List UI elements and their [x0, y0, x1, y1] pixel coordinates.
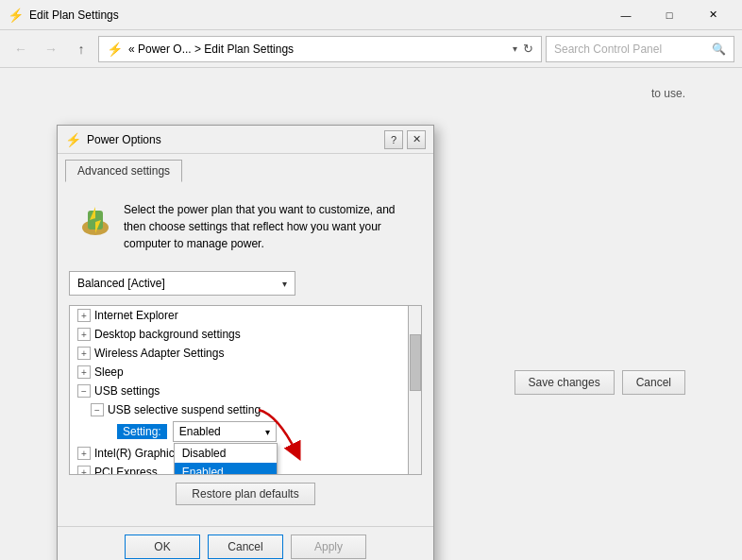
tree-item-usb-settings[interactable]: − USB settings	[70, 382, 421, 400]
window-title: Edit Plan Settings	[29, 8, 119, 22]
search-icon: 🔍	[712, 42, 726, 56]
maximize-button[interactable]: □	[648, 0, 691, 30]
title-bar-controls: — □ ✕	[604, 0, 734, 30]
dialog-icon: ⚡	[65, 132, 81, 147]
window-icon: ⚡	[8, 8, 24, 23]
power-options-dialog: ⚡ Power Options ? ✕ Advanced settings	[57, 125, 434, 560]
tab-advanced-settings[interactable]: Advanced settings	[65, 160, 182, 182]
dialog-close-button[interactable]: ✕	[407, 130, 426, 149]
close-button[interactable]: ✕	[691, 0, 734, 30]
expand-icon[interactable]: −	[91, 403, 104, 416]
option-enabled[interactable]: Enabled	[175, 463, 277, 475]
bg-cancel-button[interactable]: Cancel	[622, 370, 685, 395]
search-placeholder: Search Control Panel	[554, 42, 662, 56]
scrollbar-thumb	[410, 334, 421, 391]
setting-dropdown-arrow-icon: ▾	[265, 427, 270, 437]
expand-icon[interactable]: +	[77, 309, 91, 322]
dialog-apply-button[interactable]: Apply	[291, 535, 366, 559]
power-plan-icon	[76, 201, 114, 239]
breadcrumb-text: « Power O... > Edit Plan Settings	[128, 42, 294, 56]
bg-buttons: Save changes Cancel	[514, 370, 685, 395]
tree-item-wireless[interactable]: + Wireless Adapter Settings	[70, 344, 421, 363]
tree-scrollbar[interactable]	[408, 306, 421, 474]
content-area: to use. Save changes Cancel ⚡ Power Opti…	[0, 68, 742, 560]
dialog-cancel-button[interactable]: Cancel	[208, 535, 283, 559]
tree-item-sleep[interactable]: + Sleep	[70, 363, 421, 382]
forward-button[interactable]: →	[38, 36, 64, 62]
title-bar: ⚡ Edit Plan Settings — □ ✕	[0, 0, 742, 30]
settings-tree[interactable]: + Internet Explorer + Desktop background…	[69, 305, 422, 475]
setting-dropdown[interactable]: Enabled ▾ Disabled Enabled	[173, 421, 277, 442]
tree-item-desktop-background[interactable]: + Desktop background settings	[70, 325, 421, 344]
dialog-ok-button[interactable]: OK	[125, 535, 200, 559]
address-bar: ← → ↑ ⚡ « Power O... > Edit Plan Setting…	[0, 30, 742, 68]
plan-dropdown[interactable]: Balanced [Active] ▾	[69, 271, 295, 296]
setting-dropdown-popup: Disabled Enabled	[174, 443, 278, 475]
tree-item-internet-explorer[interactable]: + Internet Explorer	[70, 306, 421, 325]
breadcrumb: « Power O... > Edit Plan Settings	[128, 42, 503, 56]
address-input[interactable]: ⚡ « Power O... > Edit Plan Settings ▾ ↻	[98, 36, 542, 62]
setting-label: Setting:	[117, 424, 167, 439]
main-window: ⚡ Edit Plan Settings — □ ✕ ← → ↑ ⚡ « Pow…	[0, 0, 742, 560]
up-button[interactable]: ↑	[68, 36, 94, 62]
expand-icon[interactable]: +	[77, 466, 91, 475]
dialog-title-bar: ⚡ Power Options ? ✕	[58, 126, 433, 154]
search-box[interactable]: Search Control Panel 🔍	[546, 36, 734, 62]
bg-content: to use.	[651, 87, 685, 100]
expand-icon[interactable]: +	[77, 347, 91, 360]
dropdown-arrow-icon: ▾	[282, 279, 287, 289]
setting-dropdown-value: Enabled	[179, 425, 221, 438]
refresh-button[interactable]: ↻	[523, 42, 533, 56]
tree-item-usb-suspend[interactable]: − USB selective suspend setting	[70, 400, 421, 419]
tab-strip: Advanced settings	[58, 154, 433, 182]
dialog-help-button[interactable]: ?	[384, 130, 403, 149]
minimize-button[interactable]: —	[604, 0, 648, 30]
title-bar-left: ⚡ Edit Plan Settings	[8, 8, 119, 23]
dialog-title-controls: ? ✕	[384, 130, 426, 149]
setting-row: Setting: Enabled ▾ Disabled Enabled	[70, 419, 421, 444]
dialog-title-left: ⚡ Power Options	[65, 132, 161, 147]
expand-icon[interactable]: +	[77, 447, 91, 460]
info-text: Select the power plan that you want to c…	[124, 201, 414, 252]
back-button[interactable]: ←	[8, 36, 34, 62]
restore-plan-defaults-button[interactable]: Restore plan defaults	[176, 483, 314, 505]
expand-icon[interactable]: +	[77, 365, 91, 379]
expand-icon[interactable]: +	[77, 328, 91, 341]
dialog-content: Select the power plan that you want to c…	[58, 182, 433, 526]
save-changes-button[interactable]: Save changes	[514, 370, 615, 395]
plan-dropdown-value: Balanced [Active]	[77, 277, 165, 290]
dialog-title: Power Options	[87, 133, 161, 146]
dialog-buttons: OK Cancel Apply	[58, 526, 433, 560]
info-section: Select the power plan that you want to c…	[69, 194, 422, 260]
expand-icon[interactable]: −	[77, 384, 91, 398]
option-disabled[interactable]: Disabled	[175, 444, 277, 463]
